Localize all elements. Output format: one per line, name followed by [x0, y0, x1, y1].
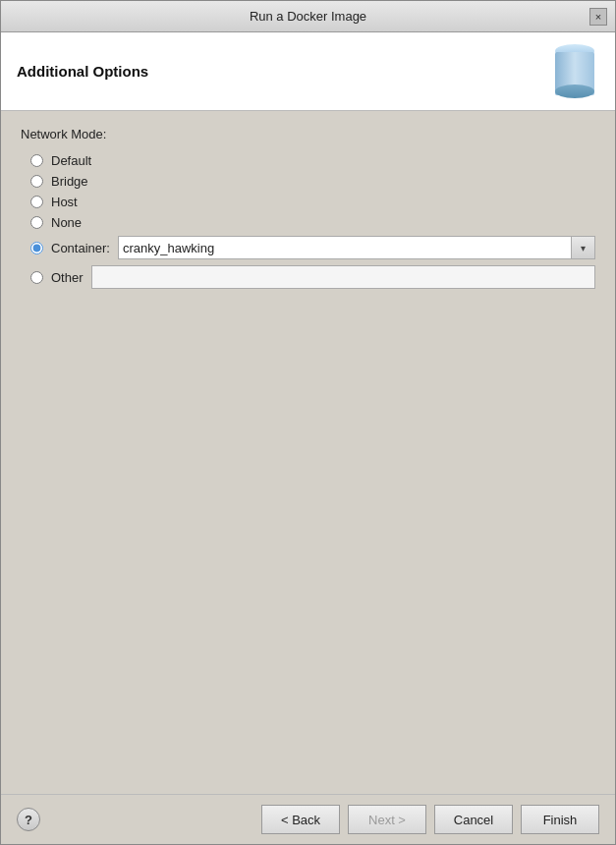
cancel-button[interactable]: Cancel [434, 805, 513, 834]
network-mode-label: Network Mode: [21, 127, 595, 141]
radio-other[interactable] [30, 271, 43, 284]
footer-left: ? [17, 808, 40, 831]
radio-none[interactable] [30, 216, 43, 229]
page-title: Additional Options [17, 63, 148, 80]
footer: ? < Back Next > Cancel Finish [1, 794, 615, 844]
main-window: Run a Docker Image × Additional Options … [0, 0, 616, 845]
radio-default-label[interactable]: Default [51, 153, 91, 168]
radio-row-container: Container: cranky_hawking ▾ [30, 236, 595, 259]
radio-other-label[interactable]: Other [51, 270, 84, 285]
radio-container[interactable] [30, 242, 43, 254]
help-button[interactable]: ? [17, 808, 40, 831]
footer-buttons: < Back Next > Cancel Finish [261, 805, 599, 834]
radio-row-default: Default [30, 153, 595, 168]
title-bar: Run a Docker Image × [1, 1, 615, 32]
radio-host[interactable] [30, 196, 43, 208]
back-button[interactable]: < Back [261, 805, 340, 834]
radio-row-none: None [30, 215, 595, 230]
container-select[interactable]: cranky_hawking [118, 236, 572, 259]
radio-bridge[interactable] [30, 175, 43, 188]
docker-icon [550, 44, 599, 98]
radio-host-label[interactable]: Host [51, 195, 78, 209]
finish-button[interactable]: Finish [521, 805, 599, 834]
next-button[interactable]: Next > [348, 805, 426, 834]
dropdown-arrow-button[interactable]: ▾ [572, 236, 595, 259]
header-section: Additional Options [1, 32, 615, 111]
close-button[interactable]: × [589, 8, 607, 26]
container-select-wrapper: cranky_hawking ▾ [118, 236, 595, 259]
radio-bridge-label[interactable]: Bridge [51, 174, 88, 189]
radio-none-label[interactable]: None [51, 215, 82, 230]
network-mode-radio-group: Default Bridge Host None Container: [30, 153, 595, 289]
radio-default[interactable] [30, 154, 43, 167]
content-area: Network Mode: Default Bridge Host None [1, 111, 615, 794]
other-text-input[interactable] [91, 265, 595, 289]
radio-row-bridge: Bridge [30, 174, 595, 189]
radio-row-other: Other [30, 265, 595, 289]
window-title: Run a Docker Image [27, 9, 589, 24]
radio-row-host: Host [30, 195, 595, 209]
radio-container-label[interactable]: Container: [51, 241, 110, 255]
